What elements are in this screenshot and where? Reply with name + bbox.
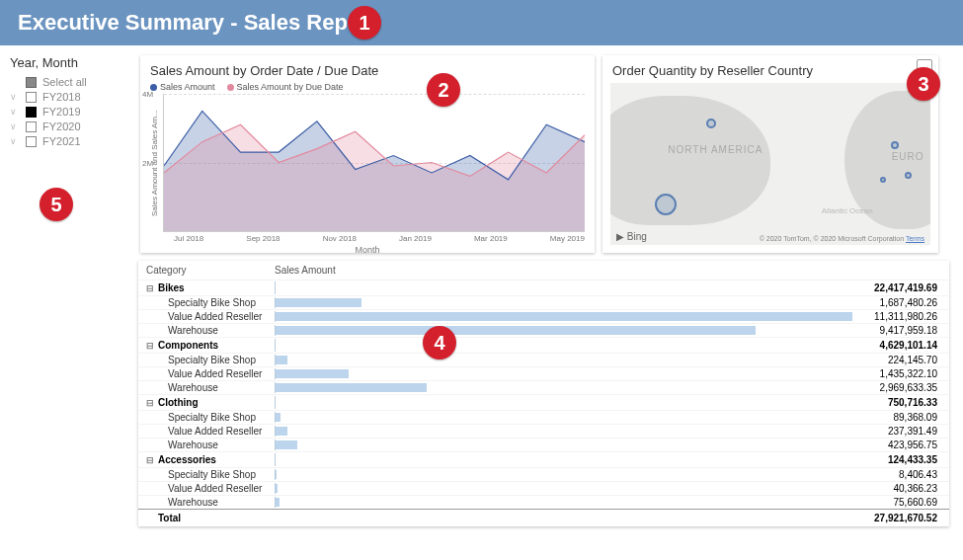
checkbox-icon — [26, 121, 37, 132]
y-tick: 4M — [142, 90, 153, 99]
callout-5: 5 — [40, 188, 73, 221]
table-row[interactable]: Specialty Bike Shop1,687,480.26 — [138, 295, 949, 309]
row-value: 89,368.09 — [852, 412, 941, 423]
slicer-item[interactable]: ∨FY2020 — [10, 120, 132, 132]
category-name: Components — [158, 340, 275, 351]
report-title: Executive Summary - Sales Report — [18, 10, 376, 35]
collapse-icon[interactable]: ⊟ — [146, 283, 158, 293]
table-row[interactable]: Specialty Bike Shop89,368.09 — [138, 410, 949, 424]
table-row[interactable]: Value Added Reseller237,391.49 — [138, 424, 949, 438]
slicer-item-label: FY2019 — [42, 106, 81, 118]
data-bar — [276, 427, 287, 436]
content-row: Year, Month Select all ∨FY2018∨FY2019∨FY… — [0, 45, 963, 253]
category-name: Accessories — [158, 454, 275, 465]
table-row[interactable]: Warehouse2,969,633.35 — [138, 380, 949, 394]
collapse-icon[interactable]: ⊟ — [146, 341, 158, 351]
sales-amount-chart[interactable]: Sales Amount by Order Date / Due Date Sa… — [140, 55, 595, 253]
chart-title: Sales Amount by Order Date / Due Date — [150, 63, 585, 78]
table-row[interactable]: Warehouse423,956.75 — [138, 438, 949, 451]
row-name: Specialty Bike Shop — [158, 469, 275, 480]
row-value: 40,366.23 — [852, 483, 941, 494]
category-name: Bikes — [158, 282, 275, 293]
collapse-icon[interactable]: ⊟ — [146, 455, 158, 465]
chevron-icon: ∨ — [10, 107, 20, 117]
x-ticks: Jul 2018Sep 2018Nov 2018Jan 2019Mar 2019… — [174, 234, 585, 243]
col-category: Category — [146, 265, 275, 276]
row-name: Value Added Reseller — [158, 311, 275, 322]
table-row[interactable]: Value Added Reseller11,311,980.26 — [138, 309, 949, 323]
row-value: 224,145.70 — [852, 355, 941, 365]
row-value: 237,391.49 — [852, 426, 941, 437]
data-bar — [276, 326, 756, 335]
slicer-item[interactable]: ∨FY2021 — [10, 135, 132, 147]
row-value: 2,969,633.35 — [852, 382, 941, 393]
category-total: 124,433.35 — [852, 454, 941, 465]
slicer-item-label: FY2020 — [42, 120, 81, 132]
order-quantity-map[interactable]: Order Quantity by Reseller Country NORTH… — [602, 55, 938, 253]
terms-link[interactable]: Terms — [906, 235, 924, 242]
map-area[interactable]: NORTH AMERICA EURO Atlantic Ocean ▶ Bing… — [610, 83, 930, 245]
slicer-item[interactable]: ∨FY2019 — [10, 106, 132, 118]
total-label: Total — [158, 513, 275, 523]
chevron-icon: ∨ — [10, 92, 20, 102]
table-row[interactable]: Specialty Bike Shop8,406.43 — [138, 467, 949, 481]
row-value: 9,417,959.18 — [852, 325, 941, 336]
table-category-row[interactable]: ⊟Clothing750,716.33 — [138, 394, 949, 410]
row-name: Specialty Bike Shop — [158, 355, 275, 365]
category-total: 750,716.33 — [852, 397, 941, 408]
slicer-item-label: FY2018 — [42, 91, 81, 103]
row-name: Warehouse — [158, 325, 275, 336]
table-row[interactable]: Value Added Reseller40,366.23 — [138, 481, 949, 495]
row-name: Warehouse — [158, 497, 275, 508]
year-month-slicer: Year, Month Select all ∨FY2018∨FY2019∨FY… — [4, 55, 132, 253]
map-bubble[interactable] — [880, 177, 886, 183]
slicer-select-all[interactable]: Select all — [10, 76, 132, 88]
col-amount: Sales Amount — [275, 265, 336, 276]
table-category-row[interactable]: ⊟Components4,629,101.14 — [138, 337, 949, 353]
data-bar — [276, 298, 361, 307]
select-all-label: Select all — [42, 76, 87, 88]
chevron-icon: ∨ — [10, 136, 20, 146]
chart-legend: Sales Amount Sales Amount by Due Date — [150, 82, 585, 92]
row-name: Value Added Reseller — [158, 368, 275, 379]
slicer-item[interactable]: ∨FY2018 — [10, 91, 132, 103]
data-bar — [276, 440, 297, 449]
table-category-row[interactable]: ⊟Bikes22,417,419.69 — [138, 280, 949, 295]
map-label: EURO — [892, 151, 924, 162]
row-value: 423,956.75 — [852, 440, 941, 450]
category-total: 4,629,101.14 — [852, 340, 941, 351]
map-attribution: © 2020 TomTom, © 2020 Microsoft Corporat… — [760, 235, 924, 242]
y-tick: 2M — [142, 158, 153, 167]
table-row[interactable]: Value Added Reseller1,435,322.10 — [138, 366, 949, 380]
data-bar — [276, 498, 280, 507]
data-bar — [276, 369, 349, 378]
svg-marker-1 — [164, 124, 585, 231]
data-bar — [276, 312, 852, 321]
x-axis-label: Month — [150, 245, 585, 255]
checkbox-icon — [26, 136, 37, 147]
category-name: Clothing — [158, 397, 275, 408]
table-row[interactable]: Specialty Bike Shop224,145.70 — [138, 353, 949, 366]
table-header: Category Sales Amount — [138, 261, 949, 280]
legend-label: Sales Amount — [160, 82, 215, 92]
row-name: Value Added Reseller — [158, 483, 275, 494]
total-value: 27,921,670.52 — [852, 513, 941, 523]
slicer-title: Year, Month — [10, 55, 132, 70]
row-name: Specialty Bike Shop — [158, 297, 275, 308]
row-value: 1,687,480.26 — [852, 297, 941, 308]
legend-dot-icon — [227, 84, 234, 91]
checkbox-icon — [26, 92, 37, 103]
map-bubble[interactable] — [655, 194, 677, 215]
collapse-icon[interactable]: ⊟ — [146, 398, 158, 408]
table-row[interactable]: Warehouse75,660.69 — [138, 495, 949, 509]
table-category-row[interactable]: ⊟Accessories124,433.35 — [138, 451, 949, 467]
map-label: Atlantic Ocean — [822, 206, 873, 215]
data-bar — [276, 356, 287, 364]
row-value: 75,660.69 — [852, 497, 941, 508]
map-bubble[interactable] — [891, 141, 899, 149]
row-name: Warehouse — [158, 440, 275, 450]
sales-table[interactable]: Category Sales Amount ⊟Bikes22,417,419.6… — [138, 261, 949, 526]
callout-3: 3 — [907, 67, 940, 101]
table-row[interactable]: Warehouse9,417,959.18 — [138, 323, 949, 337]
map-bubble[interactable] — [905, 172, 912, 179]
